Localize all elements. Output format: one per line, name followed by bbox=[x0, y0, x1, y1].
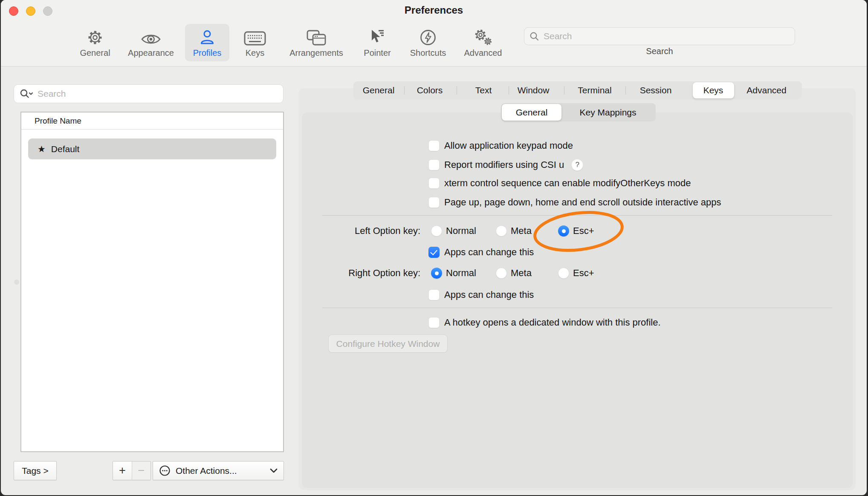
tab-terminal[interactable]: Terminal bbox=[578, 81, 611, 99]
right-option-normal[interactable]: Normal bbox=[431, 268, 476, 279]
right-apps-can-change-checkbox[interactable] bbox=[428, 289, 440, 300]
tab-divider bbox=[457, 86, 457, 95]
keys-subtab-bar: General Key Mappings bbox=[501, 103, 656, 121]
preferences-window: Preferences General Appearance bbox=[1, 0, 867, 495]
window-title: Preferences bbox=[1, 4, 867, 16]
tab-divider bbox=[564, 86, 564, 95]
profile-name: Default bbox=[51, 144, 80, 154]
search-icon bbox=[529, 32, 539, 41]
left-option-esc-radio[interactable] bbox=[558, 225, 569, 236]
toolbar-item-arrangements[interactable]: Arrangements bbox=[282, 25, 350, 58]
subtab-key-mappings[interactable]: Key Mappings bbox=[579, 103, 636, 121]
separator bbox=[322, 215, 832, 216]
right-option-meta[interactable]: Meta bbox=[496, 268, 532, 279]
right-option-key-label: Right Option key: bbox=[302, 268, 420, 279]
configure-hotkey-window-button[interactable]: Configure Hotkey Window bbox=[329, 335, 447, 352]
right-option-meta-radio[interactable] bbox=[496, 268, 507, 279]
chevron-down-icon bbox=[270, 468, 278, 473]
tab-window[interactable]: Window bbox=[518, 81, 550, 99]
search-scope-icon bbox=[20, 89, 33, 99]
ellipsis-circle-icon bbox=[159, 465, 171, 476]
left-option-normal-radio[interactable] bbox=[431, 225, 442, 236]
tags-button[interactable]: Tags > bbox=[14, 461, 57, 480]
profile-search-input[interactable] bbox=[38, 89, 278, 99]
toolbar-item-advanced[interactable]: Advanced bbox=[449, 25, 517, 58]
left-option-key-label: Left Option key: bbox=[302, 225, 420, 236]
tab-advanced[interactable]: Advanced bbox=[746, 81, 786, 99]
add-remove-profile-group: + − bbox=[113, 461, 151, 480]
hotkey-window-checkbox[interactable] bbox=[428, 317, 440, 328]
subtab-general[interactable]: General bbox=[516, 103, 548, 121]
tab-session[interactable]: Session bbox=[640, 81, 672, 99]
left-apps-can-change-checkbox[interactable] bbox=[428, 247, 440, 258]
other-actions-label: Other Actions... bbox=[176, 466, 270, 476]
help-button[interactable]: ? bbox=[571, 159, 583, 171]
gears-icon bbox=[449, 25, 517, 47]
report-modifiers-csi-u-checkbox[interactable] bbox=[428, 159, 440, 170]
profile-row-default[interactable]: ★ Default bbox=[28, 138, 276, 159]
right-option-normal-radio[interactable] bbox=[431, 268, 442, 279]
toolbar-search-input[interactable] bbox=[544, 31, 790, 41]
checkbox-row-csi-u: Report modifiers using CSI u ? bbox=[428, 159, 583, 171]
left-apps-can-change-row: Apps can change this bbox=[428, 247, 534, 258]
tab-divider bbox=[404, 86, 405, 95]
profile-list-header: Profile Name bbox=[21, 112, 283, 130]
hotkey-window-row: A hotkey opens a dedicated window with t… bbox=[428, 317, 661, 328]
profile-list: Profile Name ★ Default bbox=[20, 112, 284, 452]
toolbar-item-keys[interactable]: Keys bbox=[221, 25, 289, 58]
keys-general-pane: Allow application keypad mode Report mod… bbox=[302, 112, 853, 488]
windows-icon bbox=[282, 25, 350, 47]
star-icon: ★ bbox=[38, 144, 46, 154]
right-option-esc-radio[interactable] bbox=[558, 268, 569, 279]
left-option-esc[interactable]: Esc+ bbox=[558, 225, 594, 236]
profile-search-field[interactable] bbox=[14, 84, 284, 103]
keyboard-icon bbox=[221, 25, 289, 47]
left-option-key-row: Left Option key: Normal Meta Esc+ bbox=[302, 225, 853, 236]
xterm-modify-other-keys-checkbox[interactable] bbox=[428, 178, 440, 189]
titlebar-toolbar: Preferences General Appearance bbox=[1, 0, 867, 66]
left-option-meta-radio[interactable] bbox=[496, 225, 507, 236]
tab-general[interactable]: General bbox=[363, 81, 395, 99]
checkbox-row-page-scroll: Page up, page down, home and end scroll … bbox=[428, 197, 721, 208]
profile-tab-bar: General Colors Text Window Terminal Sess… bbox=[353, 81, 802, 99]
remove-profile-button[interactable]: − bbox=[132, 461, 150, 480]
page-scroll-outside-apps-checkbox[interactable] bbox=[428, 197, 440, 208]
right-apps-can-change-row: Apps can change this bbox=[428, 289, 534, 300]
tab-text[interactable]: Text bbox=[475, 81, 492, 99]
tab-keys[interactable]: Keys bbox=[703, 81, 723, 99]
checkbox-row-modify-other-keys: xterm control sequence can enable modify… bbox=[428, 178, 691, 189]
left-option-normal[interactable]: Normal bbox=[431, 225, 476, 236]
separator bbox=[322, 308, 832, 308]
checkbox-row-keypad-mode: Allow application keypad mode bbox=[428, 140, 573, 151]
right-option-key-row: Right Option key: Normal Meta Esc+ bbox=[302, 268, 853, 279]
tab-divider bbox=[625, 86, 626, 95]
right-option-esc[interactable]: Esc+ bbox=[558, 268, 594, 279]
tab-divider bbox=[509, 86, 509, 95]
pane-splitter-dot[interactable] bbox=[14, 280, 19, 285]
left-option-meta[interactable]: Meta bbox=[496, 225, 532, 236]
allow-keypad-mode-checkbox[interactable] bbox=[428, 140, 440, 151]
toolbar-search-field[interactable] bbox=[524, 27, 795, 45]
add-profile-button[interactable]: + bbox=[113, 461, 132, 480]
toolbar-search-caption: Search bbox=[524, 46, 795, 56]
other-actions-popup[interactable]: Other Actions... bbox=[153, 461, 284, 480]
tab-colors[interactable]: Colors bbox=[417, 81, 443, 99]
